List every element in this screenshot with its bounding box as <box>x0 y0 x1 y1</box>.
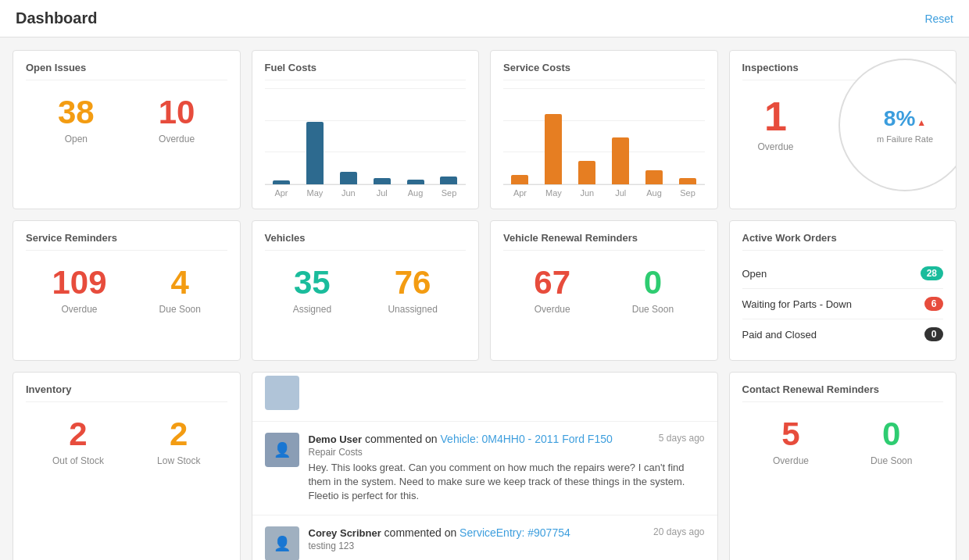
page-title: Dashboard <box>16 9 97 27</box>
activity-link-2[interactable]: ServiceEntry: #907754 <box>459 526 570 539</box>
open-issues-overdue-label: Overdue <box>159 134 195 144</box>
vehicles-unassigned-label: Unassigned <box>388 304 437 315</box>
svc-bar-jul <box>612 137 629 184</box>
inventory-out-count: 2 <box>52 418 104 451</box>
service-reminders-card: Service Reminders 109 Overdue 4 Due Soon <box>13 220 241 361</box>
activity-item-2: 👤 Corey Scribner commented on ServiceEnt… <box>252 515 717 560</box>
work-order-paid[interactable]: Paid and Closed 0 <box>742 319 944 349</box>
svc-bar-sep <box>679 178 696 184</box>
inspections-overdue: 1 Overdue <box>750 96 794 152</box>
fuel-label-apr: Apr <box>270 188 293 198</box>
contact-renewal-card: Contact Renewal Reminders 5 Overdue 0 Du… <box>729 372 957 560</box>
activity-time-2: 20 days ago <box>653 526 704 537</box>
bar-may <box>306 122 324 184</box>
inventory-card: Inventory 2 Out of Stock 2 Low Stock <box>13 372 241 560</box>
inventory-low-count: 2 <box>157 418 200 451</box>
work-order-waiting-label: Waiting for Parts - Down <box>742 298 852 310</box>
contact-renewal-stats: 5 Overdue 0 Due Soon <box>742 410 944 471</box>
service-costs-card: Service Costs Apr May Jun <box>490 50 718 209</box>
activity-text-1: Hey. This looks great. Can you comment o… <box>309 461 705 504</box>
bar-jun <box>340 172 357 184</box>
work-order-waiting-badge: 6 <box>924 297 943 311</box>
active-work-orders-title: Active Work Orders <box>742 232 944 251</box>
activity-header-1: Demo User commented on Vehicle: 0M4HH0 -… <box>309 433 705 445</box>
svc-bar-apr <box>511 175 528 184</box>
service-reminders-due-soon-label: Due Soon <box>159 304 201 315</box>
work-order-paid-label: Paid and Closed <box>742 329 817 341</box>
vehicles-title: Vehicles <box>265 232 467 251</box>
activity-link-1[interactable]: Vehicle: 0M4HH0 - 2011 Ford F150 <box>441 433 613 445</box>
vehicle-renewal-overdue-count: 67 <box>534 266 570 299</box>
work-order-open-badge: 28 <box>921 266 943 280</box>
service-reminders-due-soon-count: 4 <box>159 266 201 299</box>
inventory-low-label: Low Stock <box>157 455 200 466</box>
open-issues-open-label: Open <box>58 134 95 144</box>
vehicle-renewal-due-soon-label: Due Soon <box>632 304 674 315</box>
activity-feed-card: 👤 Demo User commented on Vehicle: 0M4HH0… <box>252 372 718 560</box>
service-reminders-stats: 109 Overdue 4 Due Soon <box>26 259 227 319</box>
inventory-out-label: Out of Stock <box>52 455 104 466</box>
dashboard-grid: Open Issues 38 Open 10 Overdue Fuel Cost… <box>0 37 969 560</box>
avatar-corey: 👤 <box>265 526 299 560</box>
bar-sep <box>440 177 457 184</box>
open-issues-overdue-count: 10 <box>159 96 195 129</box>
bar-aug <box>407 180 424 184</box>
fuel-costs-chart: Apr May Jun Jul Aug Sep <box>265 88 467 198</box>
service-reminders-due-soon: 4 Due Soon <box>159 266 201 315</box>
contact-renewal-title: Contact Renewal Reminders <box>742 383 944 402</box>
activity-subtitle-2: testing 123 <box>309 540 705 551</box>
open-issues-open: 38 Open <box>58 96 95 144</box>
avatar-demo-user: 👤 <box>265 433 299 467</box>
work-order-open[interactable]: Open 28 <box>742 259 944 289</box>
fuel-costs-title: Fuel Costs <box>265 62 467 80</box>
svc-bar-jun <box>578 161 595 184</box>
service-costs-title: Service Costs <box>503 62 705 80</box>
vehicles-unassigned-count: 76 <box>388 266 437 299</box>
svc-label-jul: Jul <box>609 188 632 198</box>
activity-username-1: Demo User <box>309 433 363 445</box>
open-issues-card: Open Issues 38 Open 10 Overdue <box>13 50 241 209</box>
activity-subtitle-1: Repair Costs <box>309 447 705 458</box>
service-gridlines <box>503 88 705 184</box>
service-costs-chart: Apr May Jun Jul Aug Sep <box>503 88 705 198</box>
vehicle-renewal-stats: 67 Overdue 0 Due Soon <box>503 259 705 319</box>
work-order-waiting[interactable]: Waiting for Parts - Down 6 <box>742 289 944 319</box>
vehicles-assigned: 35 Assigned <box>293 266 331 315</box>
activity-stub <box>252 373 717 422</box>
fuel-label-aug: Aug <box>404 188 427 198</box>
work-order-open-label: Open <box>742 268 767 280</box>
vehicle-renewal-due-soon-count: 0 <box>632 266 674 299</box>
vehicle-renewal-card: Vehicle Renewal Reminders 67 Overdue 0 D… <box>490 220 718 361</box>
open-issues-open-count: 38 <box>58 96 95 129</box>
contact-renewal-overdue: 5 Overdue <box>773 418 809 466</box>
vehicle-renewal-overdue-label: Overdue <box>534 304 570 315</box>
svc-label-apr: Apr <box>508 188 531 198</box>
vehicles-unassigned: 76 Unassigned <box>388 266 437 315</box>
fuel-label-jun: Jun <box>337 188 360 198</box>
inventory-title: Inventory <box>26 383 227 402</box>
service-reminders-overdue-label: Overdue <box>52 304 107 315</box>
contact-renewal-due-soon: 0 Due Soon <box>871 418 912 466</box>
contact-renewal-due-soon-label: Due Soon <box>871 455 912 466</box>
inventory-stats: 2 Out of Stock 2 Low Stock <box>26 410 227 471</box>
inventory-low-stock: 2 Low Stock <box>157 418 200 466</box>
fuel-label-may: May <box>303 188 327 198</box>
contact-renewal-due-soon-count: 0 <box>871 418 912 451</box>
service-reminders-overdue: 109 Overdue <box>52 266 107 315</box>
activity-action-1: commented on <box>365 433 441 445</box>
svc-label-jun: Jun <box>575 188 599 198</box>
fuel-label-jul: Jul <box>370 188 394 198</box>
activity-content-1: Demo User commented on Vehicle: 0M4HH0 -… <box>309 433 705 504</box>
contact-renewal-overdue-label: Overdue <box>773 455 809 466</box>
service-bars <box>503 88 705 185</box>
service-labels: Apr May Jun Jul Aug Sep <box>503 185 705 198</box>
activity-user-line-1: Demo User commented on Vehicle: 0M4HH0 -… <box>309 433 613 445</box>
open-issues-stats: 38 Open 10 Overdue <box>26 88 227 149</box>
vehicle-renewal-title: Vehicle Renewal Reminders <box>503 232 705 251</box>
fuel-costs-card: Fuel Costs Apr May Jun Jul <box>252 50 480 209</box>
fuel-gridlines <box>265 88 467 184</box>
svc-label-sep: Sep <box>676 188 699 198</box>
work-order-paid-badge: 0 <box>924 327 943 341</box>
vehicle-renewal-due-soon: 0 Due Soon <box>632 266 674 315</box>
reset-button[interactable]: Reset <box>924 12 953 25</box>
